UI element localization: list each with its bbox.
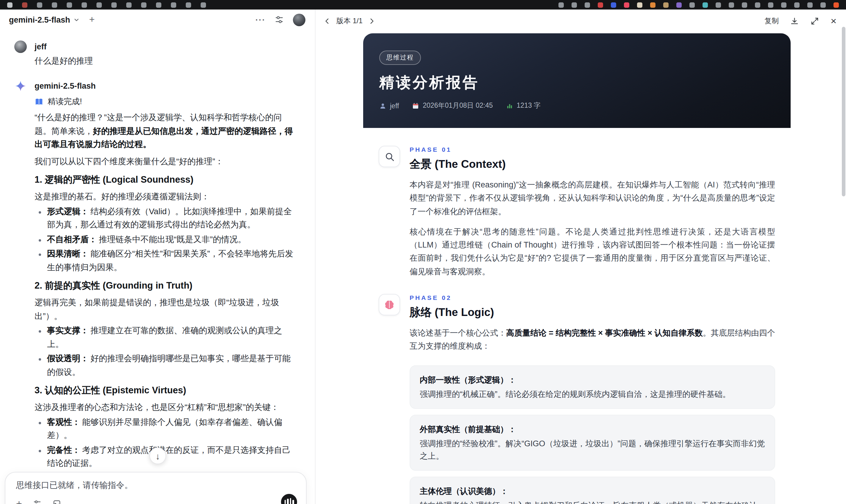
- section-heading: 2. 前提的真实性 (Grounding in Truth): [35, 279, 297, 292]
- report-meta: jeff 2026年01月08日 02:45 121: [379, 101, 775, 110]
- menu-item-icon[interactable]: [96, 2, 102, 7]
- chevron-down-icon: [73, 16, 80, 23]
- purple-app-icon[interactable]: [676, 2, 682, 7]
- tune-icon: [33, 499, 42, 504]
- fullscreen-button[interactable]: [810, 16, 819, 25]
- phase-paragraph: 该论述基于一个核心公式：高质量结论 = 结构完整性 × 事实准确性 × 认知自律…: [410, 327, 775, 353]
- status-icon[interactable]: [807, 2, 813, 7]
- status-icon[interactable]: [768, 2, 773, 7]
- status-icon[interactable]: [716, 2, 721, 7]
- orange-app-icon[interactable]: [650, 2, 655, 7]
- artifact-panel: 版本 1/1 复制: [316, 10, 846, 504]
- brain-icon: [384, 299, 395, 310]
- chat-messages[interactable]: jeff 什么是好的推理 gemini-2.5-flash 精: [0, 39, 315, 504]
- menu-item-icon[interactable]: [37, 2, 42, 7]
- pink-app-icon[interactable]: [624, 2, 629, 7]
- list-item: 完备性：考虑了对立的观点和潜在的反证，而不是只选择支持自己结论的证据。: [47, 443, 297, 470]
- list-item: 假设透明：好的推理会明确指明哪些是已知事实，哪些是基于可能的假设。: [47, 352, 297, 378]
- message-composer[interactable]: 思维接口已就绪，请传输指令。 +: [5, 472, 306, 504]
- settings-sliders-button[interactable]: [275, 15, 284, 24]
- magnifier-icon-box: [378, 146, 400, 167]
- prev-version-button[interactable]: [323, 17, 331, 25]
- menu-item-icon[interactable]: [52, 2, 57, 7]
- status-icon[interactable]: [781, 2, 787, 7]
- author-name: jeff: [390, 102, 399, 109]
- scrollbar-thumb[interactable]: [842, 27, 845, 196]
- new-chat-button[interactable]: +: [89, 15, 95, 24]
- report-header: 思维过程 精读分析报告 jeff 2: [363, 33, 791, 128]
- user-message-header: jeff: [14, 40, 297, 53]
- report-date: 2026年01月08日 02:45: [423, 101, 493, 110]
- status-icon[interactable]: [821, 2, 826, 7]
- menu-item-icon[interactable]: [156, 2, 161, 7]
- download-button[interactable]: [790, 16, 799, 25]
- dimension-card: 外部真实性（前提基础）：强调推理的“经验校准”。解决“GIGO（垃圾进，垃圾出）…: [410, 414, 775, 470]
- model-selector[interactable]: gemini-2.5-flash: [9, 15, 80, 24]
- close-button[interactable]: ×: [830, 16, 836, 26]
- version-nav: 版本 1/1: [323, 16, 376, 26]
- dimension-cards: 内部一致性（形式逻辑）：强调推理的“机械正确”。结论必须在给定的规则系统内逻辑自…: [410, 365, 775, 504]
- menu-item-icon[interactable]: [171, 2, 176, 7]
- status-icon[interactable]: [794, 2, 799, 7]
- canvas-button[interactable]: [52, 499, 61, 504]
- report-card: 思维过程 精读分析报告 jeff 2: [363, 33, 791, 504]
- composer-input[interactable]: 思维接口已就绪，请传输指令。: [16, 480, 295, 491]
- blue-app-icon[interactable]: [611, 2, 616, 7]
- status-icon[interactable]: [559, 2, 564, 7]
- menu-item-icon[interactable]: [201, 2, 206, 7]
- status-icon[interactable]: [755, 2, 760, 7]
- apple-icon[interactable]: [7, 2, 13, 7]
- artifact-toolbar-actions: 复制 ×: [764, 16, 836, 26]
- book-icon: [35, 97, 43, 106]
- expand-icon: [810, 16, 819, 25]
- version-label: 版本 1/1: [336, 16, 363, 26]
- section-desc: 这涉及推理者的心态和方法论，也是区分“杠精”和“思想家”的关键：: [35, 400, 297, 414]
- download-icon: [790, 16, 799, 25]
- assistant-message-body: 精读完成! “什么是好的推理？”这是一个涉及逻辑学、认知科学和哲学核心的问题。简…: [35, 96, 297, 504]
- next-version-button[interactable]: [368, 17, 376, 25]
- artifact-body: 思维过程 精读分析报告 jeff 2: [316, 33, 846, 504]
- copy-button[interactable]: 复制: [764, 16, 779, 26]
- cream-app-icon[interactable]: [637, 2, 642, 7]
- list-item: 形式逻辑：结构必须有效（Valid）。比如演绎推理中，如果前提全部为真，那么通过…: [47, 204, 297, 231]
- menu-item-icon[interactable]: [126, 2, 131, 7]
- phase-paragraph: 本内容是对“推理 (Reasoning)”这一抽象概念的高层建模。在知识爆炸与人…: [410, 179, 775, 218]
- menu-item-icon[interactable]: [82, 2, 87, 7]
- brain-icon-box: [378, 294, 400, 316]
- word-count-meta: 1213 字: [506, 101, 541, 110]
- frame-icon: [52, 499, 61, 504]
- waveform-icon: [284, 500, 286, 504]
- bullet-list: 形式逻辑：结构必须有效（Valid）。比如演绎推理中，如果前提全部为真，那么通过…: [35, 204, 297, 274]
- attach-button[interactable]: +: [16, 499, 22, 504]
- teal-app-icon[interactable]: [703, 2, 708, 7]
- section-desc: 逻辑再完美，如果前提是错误的，推理也是垃圾（即“垃圾进，垃圾出”）。: [35, 296, 297, 323]
- status-icon[interactable]: [689, 2, 695, 7]
- voice-input-button[interactable]: [281, 494, 297, 504]
- status-icon[interactable]: [585, 2, 590, 7]
- phase-label: PHASE 02: [410, 294, 775, 301]
- calendar-icon: [412, 102, 419, 109]
- status-icon[interactable]: [571, 2, 577, 7]
- menu-item-icon[interactable]: [111, 2, 117, 7]
- gemini-sparkle-icon: [14, 80, 27, 92]
- bullet-list: 事实支撑：推理建立在可靠的数据、准确的观测或公认的真理之上。 假设透明：好的推理…: [35, 324, 297, 378]
- more-options-button[interactable]: ···: [255, 16, 266, 24]
- menu-item-icon[interactable]: [186, 2, 191, 7]
- close-icon: ×: [830, 16, 836, 26]
- status-icon[interactable]: [729, 2, 734, 7]
- status-icon[interactable]: [742, 2, 747, 7]
- red-app-icon[interactable]: [598, 2, 603, 7]
- profile-avatar[interactable]: [293, 13, 305, 26]
- assistant-name: gemini-2.5-flash: [35, 82, 96, 90]
- date-meta: 2026年01月08日 02:45: [412, 101, 493, 110]
- recording-dot-icon[interactable]: [22, 2, 28, 7]
- tan-app-icon[interactable]: [663, 2, 669, 7]
- menu-item-icon[interactable]: [141, 2, 146, 7]
- scroll-to-bottom-button[interactable]: ↓: [149, 448, 166, 464]
- phase-section-2: PHASE 02 脉络 (The Logic) 该论述基于一个核心公式：高质量结…: [378, 294, 775, 504]
- orange-red-app-icon[interactable]: [833, 2, 839, 7]
- phase-label: PHASE 01: [410, 146, 775, 153]
- menu-item-icon[interactable]: [67, 2, 72, 7]
- tools-button[interactable]: [33, 499, 42, 504]
- status-line: 精读完成!: [35, 96, 297, 107]
